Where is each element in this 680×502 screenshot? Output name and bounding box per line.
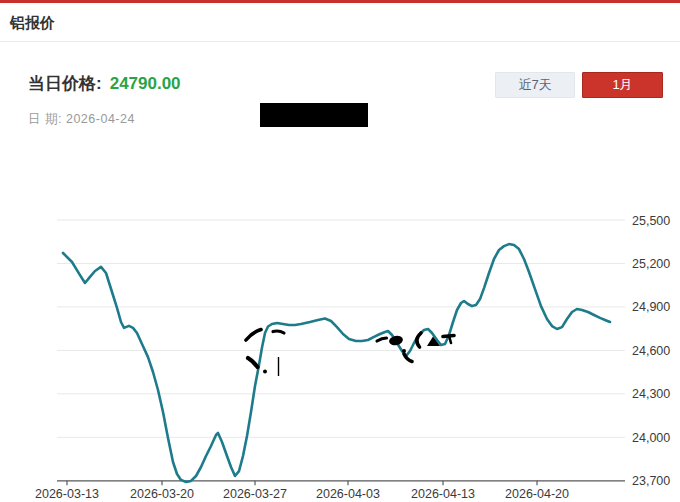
date-value: 2026-04-24 [66,112,135,126]
range-button-1month[interactable]: 1月 [582,72,663,98]
price-row: 当日价格:24790.00 [28,72,181,95]
svg-text:2026-03-27: 2026-03-27 [223,487,287,501]
svg-text:2026-03-13: 2026-03-13 [35,487,99,501]
svg-text:2026-04-13: 2026-04-13 [411,487,475,501]
scribble-marks [246,330,454,377]
svg-text:24,000: 24,000 [632,431,670,445]
svg-text:25,500: 25,500 [632,214,670,228]
svg-text:23,700: 23,700 [632,474,670,488]
svg-text:2026-04-20: 2026-04-20 [505,487,569,501]
price-label: 当日价格: [28,74,102,93]
date-label: 日 期: [28,112,62,126]
page-title: 铝报价 [10,14,55,33]
price-line-chart: 25,50025,20024,90024,60024,30024,00023,7… [0,200,680,502]
svg-text:24,600: 24,600 [632,344,670,358]
range-button-7days[interactable]: 近7天 [495,72,575,98]
chart-gridlines [57,220,625,485]
chart-line-series [63,244,610,482]
svg-text:24,300: 24,300 [632,387,670,401]
svg-text:2026-04-03: 2026-04-03 [316,487,380,501]
price-value: 24790.00 [110,74,181,93]
range-button-group: 近7天 1月 [495,72,663,98]
svg-text:24,900: 24,900 [632,300,670,314]
date-row: 日 期:2026-04-24 [28,111,135,128]
aluminum-quote-page: 铝报价 当日价格:24790.00 日 期:2026-04-24 近7天 1月 … [0,0,680,502]
svg-text:25,200: 25,200 [632,257,670,271]
chart-axis-labels: 25,50025,20024,90024,60024,30024,00023,7… [35,214,670,502]
redaction-box [260,103,368,127]
page-header: 铝报价 [0,3,680,42]
svg-text:2026-03-20: 2026-03-20 [130,487,194,501]
